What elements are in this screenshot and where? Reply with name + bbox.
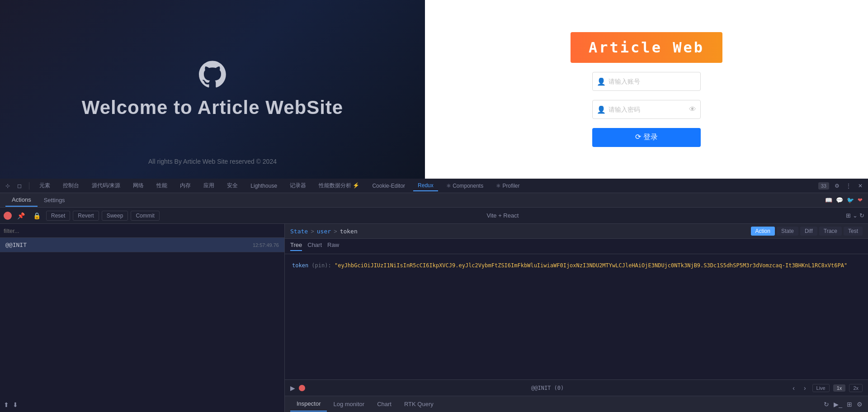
tree-tab-tree[interactable]: Tree xyxy=(290,242,302,251)
tab-cookie-editor[interactable]: Cookie-Editor xyxy=(368,181,410,191)
controls-title: Vite + React xyxy=(162,212,843,219)
lock-icon: 👤 xyxy=(597,105,606,114)
tab-console[interactable]: 控制台 xyxy=(58,180,84,191)
tab-recorder[interactable]: 记录器 xyxy=(285,180,311,191)
account-input-group: 👤 xyxy=(592,72,701,91)
bottom-right-icons: ↻ ▶_ ⊞ ⚙ xyxy=(824,401,863,408)
tab-elements[interactable]: 元素 xyxy=(35,180,55,191)
redux-tab-actions[interactable]: Actions xyxy=(5,194,38,207)
password-input-group: 👤 👁 xyxy=(592,100,701,119)
speed-1x[interactable]: 1x xyxy=(833,384,846,392)
action-item-init[interactable]: @@INIT 12:57:49.76 xyxy=(0,238,284,252)
tab-application[interactable]: 应用 xyxy=(199,180,219,191)
website-area: Welcome to Article WebSite All rights By… xyxy=(0,0,868,179)
tab-sources[interactable]: 源代码/来源 xyxy=(87,180,125,191)
bottom-tab-rtk[interactable]: RTK Query xyxy=(398,397,440,411)
chat-icon[interactable]: 💬 xyxy=(836,197,843,204)
book-icon[interactable]: 📖 xyxy=(825,197,832,204)
password-input[interactable] xyxy=(592,100,701,119)
breadcrumb-user[interactable]: user xyxy=(317,228,331,235)
settings-icon[interactable]: ⚙ xyxy=(833,182,841,190)
upload-icon[interactable]: ⬆ xyxy=(4,401,9,408)
logo-banner-text: Article Web xyxy=(589,39,704,56)
close-icon[interactable]: ✕ xyxy=(856,182,864,190)
tree-tab-chart[interactable]: Chart xyxy=(307,242,322,251)
redux-controls-bar: 📌 🔒 Reset Revert Sweep Commit Vite + Rea… xyxy=(0,208,868,224)
bottom-inspector-tabs: Inspector Log monitor Chart RTK Query ↻ … xyxy=(285,396,868,412)
token-display: token (pin): "eyJhbGciOiJIUzI1NiIsInR5cC… xyxy=(285,254,868,379)
download-icon[interactable]: ⬇ xyxy=(13,401,18,408)
bottom-tab-chart[interactable]: Chart xyxy=(371,397,398,411)
token-type: (pin): xyxy=(311,262,335,269)
tree-tabs: Tree Chart Raw xyxy=(285,239,868,254)
commit-info: @@INIT (0) xyxy=(309,385,786,391)
inspect-icon[interactable]: ◻ xyxy=(15,182,24,190)
speed-2x[interactable]: 2x xyxy=(849,384,863,392)
terminal-icon[interactable]: ▶_ xyxy=(834,401,842,408)
copyright-text: All rights By Article Web Site reserved … xyxy=(148,158,277,165)
tab-lighthouse[interactable]: Lighthouse xyxy=(246,181,282,191)
bottom-tab-log[interactable]: Log monitor xyxy=(327,397,371,411)
tab-perf-data[interactable]: 性能数据分析 ⚡ xyxy=(314,180,364,191)
inspector-panel: State > user > token Action State Diff T… xyxy=(285,224,868,412)
tab-security[interactable]: 安全 xyxy=(222,180,242,191)
heart-icon[interactable]: ❤ xyxy=(858,197,863,204)
redux-tab-settings[interactable]: Settings xyxy=(38,194,71,206)
live-button[interactable]: Live xyxy=(812,384,830,392)
toolbar-separator-1 xyxy=(29,182,29,189)
grid-icon[interactable]: ⊞ xyxy=(847,401,852,408)
github-logo-icon xyxy=(199,61,226,88)
insp-tab-trace[interactable]: Trace xyxy=(819,227,842,236)
commit-button[interactable]: Commit xyxy=(131,211,159,221)
pin-button[interactable]: 📌 xyxy=(14,211,28,221)
breadcrumb-sep-1: > xyxy=(311,228,314,235)
tab-memory[interactable]: 内存 xyxy=(175,180,195,191)
user-icon: 👤 xyxy=(597,77,606,85)
refresh-icon[interactable]: ↻ xyxy=(859,212,864,219)
cursor-icon[interactable]: ⊹ xyxy=(4,182,12,190)
twitter-icon[interactable]: 🐦 xyxy=(847,197,854,204)
nav-prev[interactable]: ‹ xyxy=(790,384,797,393)
insp-tab-state[interactable]: State xyxy=(777,227,798,236)
bottom-tab-inspector[interactable]: Inspector xyxy=(290,397,327,412)
reset-button[interactable]: Reset xyxy=(46,211,70,221)
filter-bar xyxy=(0,224,284,238)
insp-tab-test[interactable]: Test xyxy=(844,227,863,236)
left-panel: Welcome to Article WebSite All rights By… xyxy=(0,0,425,179)
breadcrumb-state[interactable]: State xyxy=(290,228,308,235)
login-button[interactable]: ⟳ 登录 xyxy=(592,128,701,147)
controls-right: ⊞ ⌄ ↻ xyxy=(846,212,864,219)
tab-profiler[interactable]: ⚛ Profiler xyxy=(491,181,524,191)
record-button[interactable] xyxy=(4,212,12,220)
play-button[interactable]: ▶ xyxy=(290,384,295,392)
account-input[interactable] xyxy=(592,72,701,91)
tree-tab-raw[interactable]: Raw xyxy=(327,242,339,251)
tab-performance[interactable]: 性能 xyxy=(152,180,172,191)
tab-redux[interactable]: Redux xyxy=(413,180,438,191)
more-icon[interactable]: ⋮ xyxy=(844,182,853,190)
welcome-text: Welcome to Article WebSite xyxy=(82,97,343,118)
redux-main-content: @@INIT 12:57:49.76 State > user > token … xyxy=(0,224,868,412)
insp-tab-action[interactable]: Action xyxy=(751,227,775,236)
insp-tab-diff[interactable]: Diff xyxy=(800,227,817,236)
error-badge: 33 xyxy=(818,182,829,189)
revert-button[interactable]: Revert xyxy=(73,211,99,221)
app-container: Welcome to Article WebSite All rights By… xyxy=(0,0,868,412)
sweep-button[interactable]: Sweep xyxy=(102,211,128,221)
breadcrumb-token: token xyxy=(340,228,358,235)
settings-bottom-icon[interactable]: ⚙ xyxy=(857,401,863,408)
eye-icon[interactable]: 👁 xyxy=(689,105,696,114)
record-dot[interactable] xyxy=(299,385,305,391)
nav-next[interactable]: › xyxy=(801,384,809,393)
redux-tabs-bar: Actions Settings 📖 💬 🐦 ❤ xyxy=(0,193,868,208)
bottom-bar: ▶ @@INIT (0) ‹ › Live 1x 2x xyxy=(285,379,868,396)
expand-icon[interactable]: ⊞ xyxy=(846,212,851,219)
chevron-down-icon[interactable]: ⌄ xyxy=(853,212,858,219)
lock-button[interactable]: 🔒 xyxy=(30,211,43,221)
tab-network[interactable]: 网络 xyxy=(128,180,148,191)
tab-components[interactable]: ⚛ Components xyxy=(442,181,488,191)
filter-input[interactable] xyxy=(4,227,281,234)
devtools-area: ⊹ ◻ 元素 控制台 源代码/来源 网络 性能 内存 应用 安全 Lightho… xyxy=(0,179,868,412)
refresh-bottom-icon[interactable]: ↻ xyxy=(824,401,829,408)
logo-banner: Article Web xyxy=(571,32,722,63)
